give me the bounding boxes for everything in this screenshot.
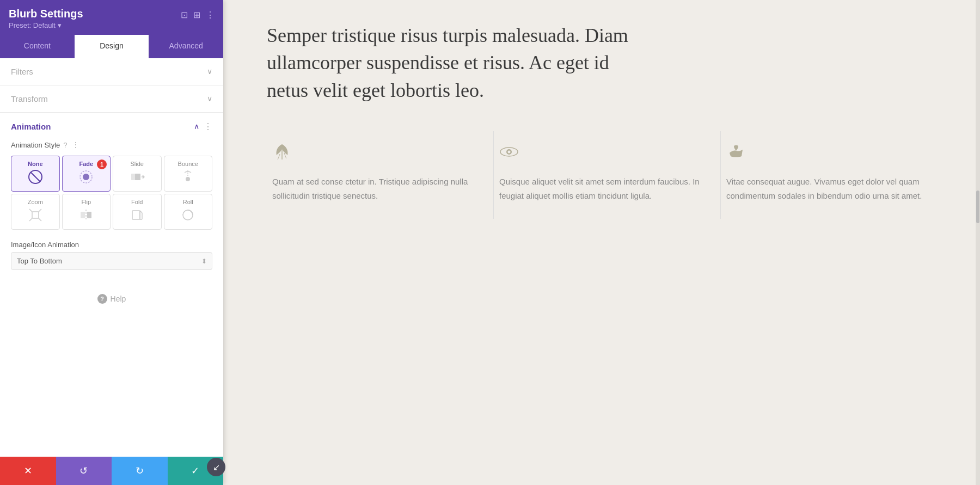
scrollbar-thumb xyxy=(976,191,979,223)
anim-flip-label: Flip xyxy=(81,199,91,205)
help-label: Help xyxy=(111,294,126,303)
anim-roll-icon xyxy=(180,207,195,225)
svg-point-7 xyxy=(186,177,190,181)
anim-none[interactable]: None xyxy=(11,156,60,192)
animation-header-icons: ∧ ⋮ xyxy=(194,121,212,132)
animation-collapse-icon[interactable]: ∧ xyxy=(194,122,199,131)
anim-none-label: None xyxy=(28,161,43,167)
blurb-icon-3 xyxy=(726,142,931,166)
svg-point-2 xyxy=(83,174,89,180)
svg-rect-5 xyxy=(135,174,140,180)
svg-rect-9 xyxy=(32,212,39,218)
svg-rect-17 xyxy=(132,211,140,219)
anim-fade-label: Fade xyxy=(79,161,93,167)
redo-button[interactable]: ↻ xyxy=(112,457,168,485)
more-options-icon[interactable]: ⋮ xyxy=(206,10,215,20)
animation-help-icon[interactable]: ? xyxy=(63,141,67,149)
blurb-icon-2 xyxy=(499,142,704,166)
animation-style-more-icon[interactable]: ⋮ xyxy=(72,140,79,149)
settings-panel: Blurb Settings Preset: Default ▾ ⊡ ⊞ ⋮ C… xyxy=(0,0,223,485)
anim-slide-label: Slide xyxy=(131,161,144,167)
focus-icon[interactable]: ⊡ xyxy=(181,10,188,20)
anim-bounce[interactable]: Bounce xyxy=(164,156,213,192)
anim-bounce-icon xyxy=(180,169,195,187)
anim-fold[interactable]: Fold xyxy=(113,194,162,230)
collapse-panel-icon[interactable]: ↙ xyxy=(207,458,225,476)
transform-chevron: ∨ xyxy=(207,94,212,103)
filters-title: Filters xyxy=(11,67,33,76)
cancel-button[interactable]: ✕ xyxy=(0,457,56,485)
svg-point-25 xyxy=(508,151,511,154)
animation-more-icon[interactable]: ⋮ xyxy=(204,121,212,132)
anim-zoom[interactable]: Zoom xyxy=(11,194,60,230)
main-heading: Semper tristique risus turpis malesuada.… xyxy=(267,22,648,104)
blurb-icon-1 xyxy=(272,142,477,166)
panel-body: Filters ∨ Transform ∨ Animation ∧ ⋮ Anim xyxy=(0,58,223,457)
blurb-row: Quam at sed conse ctetur in. Tristique a… xyxy=(267,131,947,219)
image-icon-animation-label: Image/Icon Animation xyxy=(11,241,212,249)
svg-line-1 xyxy=(30,172,40,182)
tab-advanced[interactable]: Advanced xyxy=(149,35,223,58)
panel-footer: ✕ ↺ ↻ ✓ xyxy=(0,457,223,485)
panel-header-icons: ⊡ ⊞ ⋮ xyxy=(181,10,215,20)
transform-header[interactable]: Transform ∨ xyxy=(11,94,212,103)
tab-content[interactable]: Content xyxy=(0,35,75,58)
anim-flip-icon xyxy=(78,207,94,225)
filters-chevron: ∨ xyxy=(207,67,212,76)
animation-style-label-row: Animation Style ? ⋮ xyxy=(11,140,212,149)
undo-button[interactable]: ↺ xyxy=(56,457,112,485)
anim-flip[interactable]: Flip xyxy=(62,194,111,230)
blurb-text-3: Vitae consequat augue. Vivamus eget dolo… xyxy=(726,175,931,202)
panel-title-block: Blurb Settings Preset: Default ▾ xyxy=(9,8,83,29)
transform-title: Transform xyxy=(11,94,48,103)
right-scrollbar[interactable] xyxy=(976,0,980,485)
anim-slide-icon xyxy=(130,169,145,187)
filters-section: Filters ∨ xyxy=(0,58,223,85)
anim-zoom-label: Zoom xyxy=(28,199,43,205)
help-row[interactable]: ? Help xyxy=(0,285,223,312)
blurb-item-1: Quam at sed conse ctetur in. Tristique a… xyxy=(267,131,494,219)
svg-line-11 xyxy=(39,209,41,212)
animation-title: Animation xyxy=(11,122,51,131)
image-icon-animation-row: Image/Icon Animation Top To Bottom Botto… xyxy=(11,241,212,270)
animation-header[interactable]: Animation ∧ ⋮ xyxy=(11,121,212,132)
anim-bounce-label: Bounce xyxy=(178,161,198,167)
tabs: Content Design Advanced xyxy=(0,35,223,58)
panel-header: Blurb Settings Preset: Default ▾ ⊡ ⊞ ⋮ xyxy=(0,0,223,35)
anim-fade-icon xyxy=(78,169,94,187)
anim-fade[interactable]: 1 Fade xyxy=(62,156,111,192)
animation-style-label: Animation Style xyxy=(11,141,60,149)
anim-fade-badge: 1 xyxy=(97,159,107,169)
blurb-text-1: Quam at sed conse ctetur in. Tristique a… xyxy=(272,175,477,202)
blurb-item-3: Vitae consequat augue. Vivamus eget dolo… xyxy=(721,131,947,219)
anim-none-icon xyxy=(28,169,43,187)
anim-fold-icon xyxy=(130,207,145,225)
content-area: Semper tristique risus turpis malesuada.… xyxy=(223,0,980,485)
anim-roll[interactable]: Roll xyxy=(164,194,213,230)
blurb-item-2: Quisque aliquet velit sit amet sem inter… xyxy=(494,131,721,219)
animation-section: Animation ∧ ⋮ Animation Style ? ⋮ None xyxy=(0,113,223,285)
transform-section: Transform ∨ xyxy=(0,85,223,113)
svg-line-12 xyxy=(29,218,32,221)
anim-slide[interactable]: Slide xyxy=(113,156,162,192)
blurb-text-2: Quisque aliquet velit sit amet sem inter… xyxy=(499,175,704,202)
svg-rect-15 xyxy=(87,212,91,218)
columns-icon[interactable]: ⊞ xyxy=(193,10,200,20)
image-icon-animation-select-wrapper: Top To Bottom Bottom To Top Left To Righ… xyxy=(11,252,212,270)
panel-title: Blurb Settings xyxy=(9,8,83,20)
svg-rect-14 xyxy=(81,212,85,218)
anim-roll-label: Roll xyxy=(183,199,193,205)
filters-header[interactable]: Filters ∨ xyxy=(11,67,212,76)
help-circle-icon: ? xyxy=(97,294,107,304)
svg-line-13 xyxy=(39,218,41,221)
tab-design[interactable]: Design xyxy=(75,35,149,58)
svg-line-10 xyxy=(29,209,32,212)
animation-style-grid: None 1 Fade xyxy=(11,156,212,230)
image-icon-animation-select[interactable]: Top To Bottom Bottom To Top Left To Righ… xyxy=(11,252,212,270)
anim-zoom-icon xyxy=(28,207,43,225)
panel-preset[interactable]: Preset: Default ▾ xyxy=(9,21,83,29)
anim-fold-label: Fold xyxy=(131,199,143,205)
